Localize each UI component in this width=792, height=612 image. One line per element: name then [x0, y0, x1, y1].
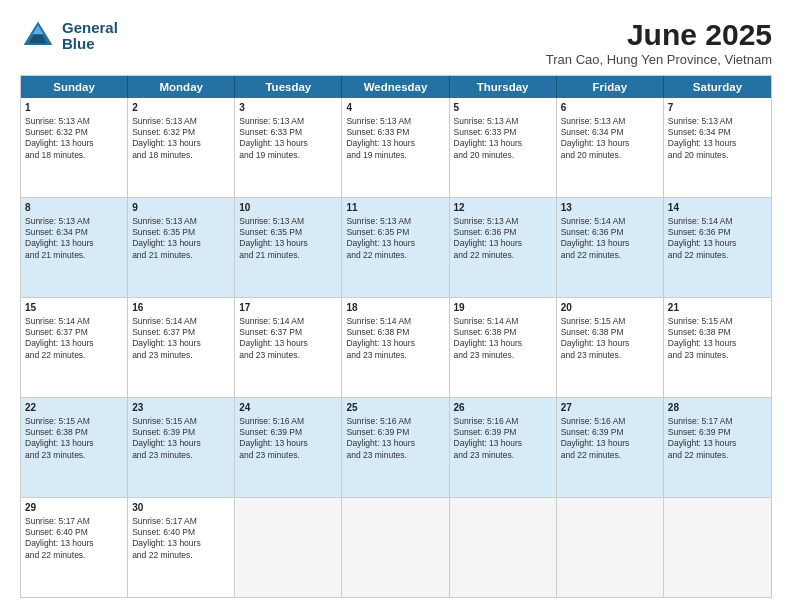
day-number: 4	[346, 101, 444, 115]
day-number: 13	[561, 201, 659, 215]
calendar-row-4: 29Sunrise: 5:17 AM Sunset: 6:40 PM Dayli…	[21, 497, 771, 597]
day-number: 26	[454, 401, 552, 415]
calendar-day-5: 5Sunrise: 5:13 AM Sunset: 6:33 PM Daylig…	[450, 98, 557, 197]
day-number: 30	[132, 501, 230, 515]
calendar-day-29: 29Sunrise: 5:17 AM Sunset: 6:40 PM Dayli…	[21, 498, 128, 597]
day-number: 2	[132, 101, 230, 115]
calendar-row-0: 1Sunrise: 5:13 AM Sunset: 6:32 PM Daylig…	[21, 98, 771, 197]
day-info: Sunrise: 5:13 AM Sunset: 6:33 PM Dayligh…	[346, 116, 415, 160]
calendar-day-13: 13Sunrise: 5:14 AM Sunset: 6:36 PM Dayli…	[557, 198, 664, 297]
day-info: Sunrise: 5:14 AM Sunset: 6:38 PM Dayligh…	[346, 316, 415, 360]
weekday-header-monday: Monday	[128, 76, 235, 98]
day-number: 20	[561, 301, 659, 315]
day-info: Sunrise: 5:13 AM Sunset: 6:34 PM Dayligh…	[668, 116, 737, 160]
weekday-header-saturday: Saturday	[664, 76, 771, 98]
calendar-row-2: 15Sunrise: 5:14 AM Sunset: 6:37 PM Dayli…	[21, 297, 771, 397]
day-info: Sunrise: 5:13 AM Sunset: 6:33 PM Dayligh…	[454, 116, 523, 160]
day-number: 9	[132, 201, 230, 215]
calendar-day-27: 27Sunrise: 5:16 AM Sunset: 6:39 PM Dayli…	[557, 398, 664, 497]
calendar-empty-cell	[235, 498, 342, 597]
day-number: 17	[239, 301, 337, 315]
calendar-empty-cell	[450, 498, 557, 597]
calendar-day-14: 14Sunrise: 5:14 AM Sunset: 6:36 PM Dayli…	[664, 198, 771, 297]
logo-text: General Blue	[62, 20, 118, 53]
day-info: Sunrise: 5:15 AM Sunset: 6:38 PM Dayligh…	[668, 316, 737, 360]
logo-line2: Blue	[62, 36, 118, 53]
day-info: Sunrise: 5:13 AM Sunset: 6:35 PM Dayligh…	[132, 216, 201, 260]
day-info: Sunrise: 5:13 AM Sunset: 6:32 PM Dayligh…	[132, 116, 201, 160]
logo-icon	[20, 18, 56, 54]
day-info: Sunrise: 5:14 AM Sunset: 6:37 PM Dayligh…	[25, 316, 94, 360]
calendar-empty-cell	[342, 498, 449, 597]
day-info: Sunrise: 5:13 AM Sunset: 6:33 PM Dayligh…	[239, 116, 308, 160]
calendar-day-12: 12Sunrise: 5:13 AM Sunset: 6:36 PM Dayli…	[450, 198, 557, 297]
day-number: 3	[239, 101, 337, 115]
page: General Blue June 2025 Tran Cao, Hung Ye…	[0, 0, 792, 612]
day-info: Sunrise: 5:13 AM Sunset: 6:32 PM Dayligh…	[25, 116, 94, 160]
day-number: 5	[454, 101, 552, 115]
day-info: Sunrise: 5:16 AM Sunset: 6:39 PM Dayligh…	[346, 416, 415, 460]
calendar-header: SundayMondayTuesdayWednesdayThursdayFrid…	[21, 76, 771, 98]
weekday-header-thursday: Thursday	[450, 76, 557, 98]
day-number: 16	[132, 301, 230, 315]
logo: General Blue	[20, 18, 118, 54]
day-number: 18	[346, 301, 444, 315]
day-number: 10	[239, 201, 337, 215]
weekday-header-sunday: Sunday	[21, 76, 128, 98]
day-info: Sunrise: 5:13 AM Sunset: 6:35 PM Dayligh…	[346, 216, 415, 260]
day-info: Sunrise: 5:13 AM Sunset: 6:34 PM Dayligh…	[25, 216, 94, 260]
calendar-day-26: 26Sunrise: 5:16 AM Sunset: 6:39 PM Dayli…	[450, 398, 557, 497]
day-info: Sunrise: 5:14 AM Sunset: 6:37 PM Dayligh…	[239, 316, 308, 360]
day-number: 25	[346, 401, 444, 415]
calendar-day-20: 20Sunrise: 5:15 AM Sunset: 6:38 PM Dayli…	[557, 298, 664, 397]
calendar-day-9: 9Sunrise: 5:13 AM Sunset: 6:35 PM Daylig…	[128, 198, 235, 297]
calendar-day-2: 2Sunrise: 5:13 AM Sunset: 6:32 PM Daylig…	[128, 98, 235, 197]
calendar-day-24: 24Sunrise: 5:16 AM Sunset: 6:39 PM Dayli…	[235, 398, 342, 497]
day-number: 14	[668, 201, 767, 215]
calendar-day-17: 17Sunrise: 5:14 AM Sunset: 6:37 PM Dayli…	[235, 298, 342, 397]
calendar-day-4: 4Sunrise: 5:13 AM Sunset: 6:33 PM Daylig…	[342, 98, 449, 197]
day-number: 15	[25, 301, 123, 315]
calendar-day-3: 3Sunrise: 5:13 AM Sunset: 6:33 PM Daylig…	[235, 98, 342, 197]
calendar-day-22: 22Sunrise: 5:15 AM Sunset: 6:38 PM Dayli…	[21, 398, 128, 497]
weekday-header-wednesday: Wednesday	[342, 76, 449, 98]
calendar-body: 1Sunrise: 5:13 AM Sunset: 6:32 PM Daylig…	[21, 98, 771, 597]
calendar-day-1: 1Sunrise: 5:13 AM Sunset: 6:32 PM Daylig…	[21, 98, 128, 197]
day-info: Sunrise: 5:13 AM Sunset: 6:36 PM Dayligh…	[454, 216, 523, 260]
day-info: Sunrise: 5:15 AM Sunset: 6:38 PM Dayligh…	[561, 316, 630, 360]
header: General Blue June 2025 Tran Cao, Hung Ye…	[20, 18, 772, 67]
day-info: Sunrise: 5:17 AM Sunset: 6:39 PM Dayligh…	[668, 416, 737, 460]
day-info: Sunrise: 5:16 AM Sunset: 6:39 PM Dayligh…	[561, 416, 630, 460]
day-info: Sunrise: 5:14 AM Sunset: 6:37 PM Dayligh…	[132, 316, 201, 360]
day-info: Sunrise: 5:16 AM Sunset: 6:39 PM Dayligh…	[454, 416, 523, 460]
day-number: 27	[561, 401, 659, 415]
calendar-day-18: 18Sunrise: 5:14 AM Sunset: 6:38 PM Dayli…	[342, 298, 449, 397]
calendar-day-30: 30Sunrise: 5:17 AM Sunset: 6:40 PM Dayli…	[128, 498, 235, 597]
calendar-row-1: 8Sunrise: 5:13 AM Sunset: 6:34 PM Daylig…	[21, 197, 771, 297]
calendar-day-28: 28Sunrise: 5:17 AM Sunset: 6:39 PM Dayli…	[664, 398, 771, 497]
calendar-day-23: 23Sunrise: 5:15 AM Sunset: 6:39 PM Dayli…	[128, 398, 235, 497]
day-number: 6	[561, 101, 659, 115]
day-number: 19	[454, 301, 552, 315]
calendar-empty-cell	[557, 498, 664, 597]
calendar-day-8: 8Sunrise: 5:13 AM Sunset: 6:34 PM Daylig…	[21, 198, 128, 297]
calendar-day-7: 7Sunrise: 5:13 AM Sunset: 6:34 PM Daylig…	[664, 98, 771, 197]
main-title: June 2025	[546, 18, 772, 52]
day-info: Sunrise: 5:17 AM Sunset: 6:40 PM Dayligh…	[25, 516, 94, 560]
calendar: SundayMondayTuesdayWednesdayThursdayFrid…	[20, 75, 772, 598]
day-number: 12	[454, 201, 552, 215]
day-number: 29	[25, 501, 123, 515]
calendar-row-3: 22Sunrise: 5:15 AM Sunset: 6:38 PM Dayli…	[21, 397, 771, 497]
day-info: Sunrise: 5:13 AM Sunset: 6:35 PM Dayligh…	[239, 216, 308, 260]
day-number: 28	[668, 401, 767, 415]
calendar-day-19: 19Sunrise: 5:14 AM Sunset: 6:38 PM Dayli…	[450, 298, 557, 397]
day-info: Sunrise: 5:17 AM Sunset: 6:40 PM Dayligh…	[132, 516, 201, 560]
calendar-day-25: 25Sunrise: 5:16 AM Sunset: 6:39 PM Dayli…	[342, 398, 449, 497]
logo-line1: General	[62, 20, 118, 37]
title-block: June 2025 Tran Cao, Hung Yen Province, V…	[546, 18, 772, 67]
calendar-day-15: 15Sunrise: 5:14 AM Sunset: 6:37 PM Dayli…	[21, 298, 128, 397]
day-info: Sunrise: 5:13 AM Sunset: 6:34 PM Dayligh…	[561, 116, 630, 160]
day-number: 21	[668, 301, 767, 315]
day-number: 8	[25, 201, 123, 215]
weekday-header-friday: Friday	[557, 76, 664, 98]
